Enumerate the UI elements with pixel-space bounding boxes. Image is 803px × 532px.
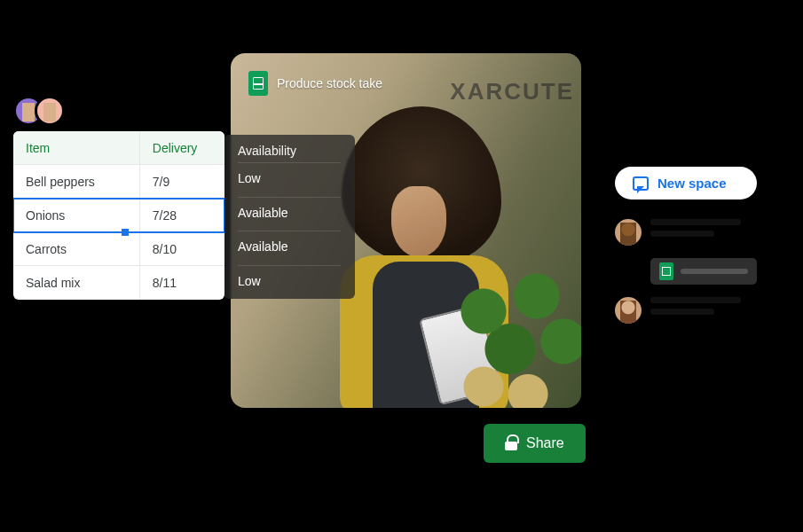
spreadsheet-card[interactable]: Item Delivery Bell peppers 7/9 Onions 7/… <box>13 131 224 300</box>
sheets-icon <box>248 71 268 96</box>
message-preview <box>650 219 757 242</box>
cell-item[interactable]: Onions <box>13 199 140 232</box>
cell-delivery[interactable]: 8/10 <box>140 232 224 266</box>
attachment-title-placeholder <box>681 269 748 274</box>
avatar <box>615 219 642 246</box>
collaborator-avatars <box>13 96 56 126</box>
cell-delivery[interactable]: 7/9 <box>140 165 224 199</box>
chat-panel: New space <box>615 167 757 336</box>
cell-delivery[interactable]: 8/11 <box>140 266 224 300</box>
column-header-item[interactable]: Item <box>13 131 140 165</box>
produce-graphic <box>430 266 581 408</box>
cell-item[interactable]: Bell peppers <box>13 165 140 199</box>
table-row[interactable]: Carrots 8/10 <box>13 232 224 266</box>
chat-attachment[interactable] <box>650 258 757 285</box>
chat-icon <box>633 176 649 191</box>
sheets-icon <box>659 262 673 280</box>
availability-header: Availability <box>238 144 341 158</box>
avatar[interactable] <box>35 96 65 126</box>
share-button-label: Share <box>526 435 564 451</box>
availability-value: Low <box>238 162 341 192</box>
table-header-row: Item Delivery <box>13 131 224 165</box>
column-header-delivery[interactable]: Delivery <box>140 131 224 165</box>
new-space-button[interactable]: New space <box>615 167 757 200</box>
new-space-label: New space <box>657 176 727 191</box>
chat-message[interactable] <box>615 297 757 324</box>
table-row[interactable]: Bell peppers 7/9 <box>13 165 224 199</box>
cell-item[interactable]: Salad mix <box>13 266 140 300</box>
availability-panel: Availability Low Available Available Low <box>224 135 355 299</box>
availability-value: Available <box>238 197 341 227</box>
avatar <box>615 297 642 324</box>
cell-item[interactable]: Carrots <box>13 232 140 266</box>
table-row-selected[interactable]: Onions 7/28 <box>13 199 224 232</box>
availability-value: Available <box>238 231 341 261</box>
chat-message[interactable] <box>615 219 757 246</box>
lock-icon <box>505 436 517 450</box>
message-preview <box>650 297 757 320</box>
table-row[interactable]: Salad mix 8/11 <box>13 266 224 300</box>
share-button[interactable]: Share <box>484 424 586 463</box>
cell-delivery[interactable]: 7/28 <box>140 199 224 232</box>
availability-value: Low <box>238 265 341 295</box>
